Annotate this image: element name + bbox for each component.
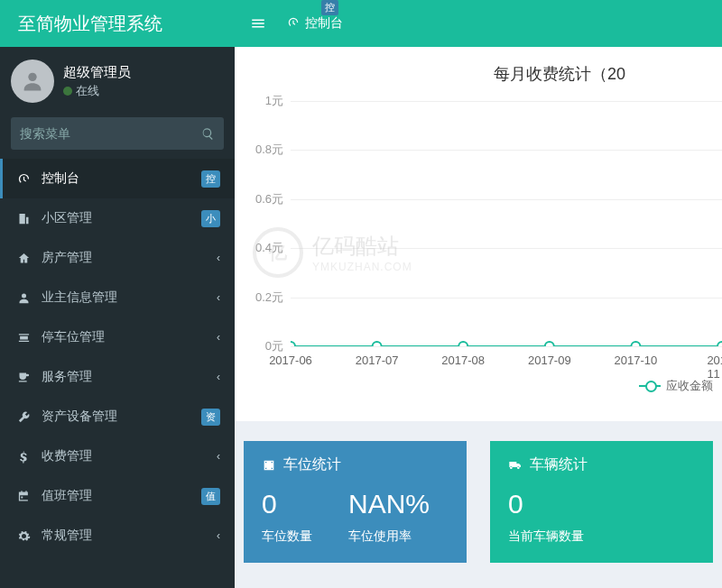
svg-point-2	[291, 342, 295, 346]
sidebar-item-label: 房产管理	[42, 250, 217, 266]
chevron-left-icon: ‹	[217, 291, 220, 304]
stat-value: 0	[508, 489, 584, 519]
stat-label: 车位使用率	[348, 528, 430, 545]
sidebar-item-label: 常规管理	[42, 528, 217, 544]
stat-value: NAN%	[348, 489, 430, 519]
sidebar-item-label: 资产设备管理	[42, 409, 201, 425]
cog-icon	[14, 529, 32, 543]
sidebar-item-5[interactable]: 服务管理‹	[0, 357, 235, 397]
y-tick: 0.4元	[255, 240, 283, 256]
sidebar-item-3[interactable]: 业主信息管理‹	[0, 278, 235, 317]
y-tick: 0.8元	[255, 142, 283, 158]
x-tick: 2017-11	[707, 354, 722, 381]
stat-metric: 0当前车辆数量	[508, 489, 584, 545]
sidebar-item-label: 服务管理	[42, 369, 217, 385]
chart-x-axis: 2017-062017-072017-082017-092017-102017-…	[291, 350, 722, 372]
chevron-left-icon: ‹	[217, 529, 220, 542]
sidebar: 超级管理员 在线 控制台控小区管理小房产管理‹业主信息管理‹停车位管理‹服务管理…	[0, 47, 235, 588]
chart-y-axis: 0元0.2元0.4元0.6元0.8元1元	[235, 101, 289, 346]
stat-value: 0	[262, 489, 312, 519]
film-icon	[262, 458, 276, 473]
sidebar-item-2[interactable]: 房产管理‹	[0, 238, 235, 278]
svg-point-1	[22, 293, 26, 298]
tab-console[interactable]: 控制台	[276, 0, 354, 47]
stat-row: 车位统计0车位数量NAN%车位使用率车辆统计0当前车辆数量	[244, 441, 713, 563]
stat-card-title: 车位统计	[262, 455, 449, 474]
x-tick: 2017-07	[356, 354, 399, 367]
user-panel: 超级管理员 在线	[0, 47, 235, 117]
sidebar-item-6[interactable]: 资产设备管理资	[0, 397, 235, 436]
chart-card: 每月收费统计（20 0元0.2元0.4元0.6元0.8元1元 2017-0620…	[235, 47, 722, 421]
topbar-right: 控制台 控	[235, 0, 722, 47]
main-content: 每月收费统计（20 0元0.2元0.4元0.6元0.8元1元 2017-0620…	[235, 47, 722, 588]
y-tick: 0元	[265, 338, 283, 354]
x-tick: 2017-06	[269, 354, 312, 367]
dollar-icon	[14, 450, 32, 464]
sidebar-item-4[interactable]: 停车位管理‹	[0, 317, 235, 357]
user-icon	[14, 291, 32, 305]
legend-marker-icon	[639, 385, 661, 387]
sidebar-item-9[interactable]: 常规管理‹	[0, 516, 235, 556]
cup-icon	[14, 371, 32, 384]
chevron-left-icon: ‹	[217, 371, 220, 383]
tab-close-badge[interactable]: 控	[321, 0, 338, 15]
y-tick: 1元	[265, 93, 283, 109]
sidebar-menu: 控制台控小区管理小房产管理‹业主信息管理‹停车位管理‹服务管理‹资产设备管理资收…	[0, 159, 235, 556]
truck-icon	[508, 458, 523, 473]
search-input[interactable]	[11, 126, 191, 141]
search-button[interactable]	[191, 117, 224, 150]
topbar: 至简物业管理系统 控制台 控	[0, 0, 722, 47]
x-tick: 2017-10	[615, 354, 658, 367]
sidebar-item-label: 控制台	[42, 170, 201, 187]
chart-line	[291, 101, 722, 346]
sidebar-item-0[interactable]: 控制台控	[0, 159, 235, 198]
dashboard-icon	[287, 16, 300, 32]
sidebar-item-label: 业主信息管理	[42, 289, 217, 306]
search-box	[11, 117, 224, 150]
x-tick: 2017-09	[528, 354, 571, 367]
legend-label: 应收金额	[666, 378, 713, 394]
app-logo: 至简物业管理系统	[0, 0, 235, 47]
sidebar-item-7[interactable]: 收费管理‹	[0, 436, 235, 476]
home-icon	[14, 252, 32, 265]
sidebar-item-label: 值班管理	[42, 488, 201, 504]
sidebar-item-badge: 值	[201, 488, 220, 505]
sidebar-item-label: 停车位管理	[42, 329, 217, 345]
chart-area: 0元0.2元0.4元0.6元0.8元1元 2017-062017-072017-…	[235, 101, 722, 372]
chevron-left-icon: ‹	[217, 331, 220, 344]
svg-point-5	[545, 342, 554, 346]
sidebar-item-label: 收费管理	[42, 448, 217, 464]
tab-label: 控制台	[305, 15, 343, 32]
x-tick: 2017-08	[441, 354, 485, 367]
svg-point-6	[631, 342, 640, 346]
y-tick: 0.6元	[255, 191, 283, 207]
avatar	[11, 60, 54, 103]
user-status: 在线	[63, 83, 131, 99]
stat-card-title: 车辆统计	[508, 455, 695, 474]
user-name: 超级管理员	[63, 64, 131, 81]
stat-label: 车位数量	[262, 528, 312, 545]
menu-icon	[250, 15, 266, 32]
sidebar-toggle-button[interactable]	[240, 0, 276, 47]
svg-point-0	[28, 73, 36, 81]
search-icon	[201, 127, 215, 141]
sidebar-item-8[interactable]: 值班管理值	[0, 476, 235, 516]
chevron-left-icon: ‹	[217, 252, 220, 264]
sidebar-item-1[interactable]: 小区管理小	[0, 198, 235, 238]
stat-card-1: 车辆统计0当前车辆数量	[490, 441, 713, 563]
sidebar-item-label: 小区管理	[42, 210, 201, 226]
chevron-left-icon: ‹	[217, 450, 220, 463]
sidebar-item-badge: 小	[201, 210, 220, 227]
stat-card-0: 车位统计0车位数量NAN%车位使用率	[244, 441, 467, 563]
svg-point-3	[373, 342, 382, 346]
user-icon	[20, 69, 45, 94]
stat-metric: NAN%车位使用率	[348, 489, 430, 545]
svg-point-7	[717, 342, 722, 346]
dashboard-icon	[14, 172, 32, 186]
chart-title: 每月收费统计（20	[235, 56, 722, 90]
svg-point-4	[458, 342, 467, 346]
parking-icon	[14, 331, 32, 345]
sidebar-item-badge: 控	[201, 170, 220, 188]
sidebar-item-badge: 资	[201, 409, 220, 426]
building-icon	[14, 212, 32, 225]
